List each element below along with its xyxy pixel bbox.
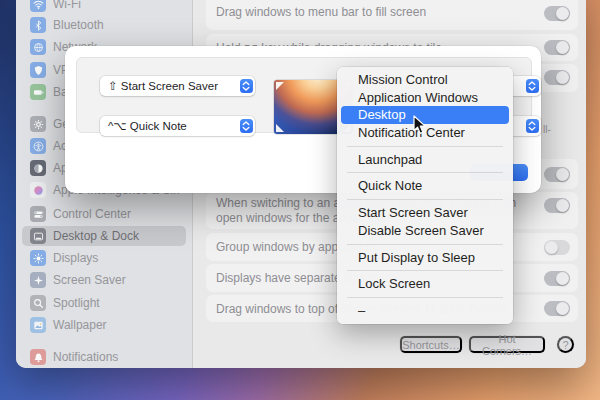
toggle-hold-option[interactable] xyxy=(544,40,570,55)
menu-separator xyxy=(347,199,503,200)
toggle-knob xyxy=(545,241,558,254)
gear-icon xyxy=(30,116,46,132)
globe-icon xyxy=(30,39,46,55)
appearance-icon xyxy=(30,160,46,176)
desktop-dock-icon xyxy=(30,228,46,244)
sidebar-item-desktop-dock[interactable]: Desktop & Dock xyxy=(22,226,186,246)
control-center-icon xyxy=(30,206,46,222)
clipped-text-fragment: ll- xyxy=(543,124,551,135)
sidebar-item-label: Wallpaper xyxy=(53,318,107,332)
menu-item-put-display-to-sleep[interactable]: Put Display to Sleep xyxy=(337,249,513,267)
settings-row-drag-menu-bar: Drag windows to menu bar to fill screen xyxy=(206,0,578,30)
siri-icon xyxy=(30,182,46,198)
settings-row-label: Drag windows to menu bar to fill screen xyxy=(216,4,536,19)
sidebar-item-label: Control Center xyxy=(53,207,131,221)
wallpaper-icon xyxy=(30,317,46,333)
toggle-knob xyxy=(556,272,569,285)
sidebar-item-wi-fi[interactable]: Wi-Fi xyxy=(22,0,186,14)
hot-corner-marker-bottom-left xyxy=(276,124,284,132)
vpn-icon xyxy=(30,62,46,78)
toggle-group-windows[interactable] xyxy=(544,240,570,255)
menu-item-disable-screen-saver[interactable]: Disable Screen Saver xyxy=(337,222,513,240)
toggle-knob xyxy=(556,302,569,315)
sidebar-item-label: Displays xyxy=(53,251,98,265)
spotlight-icon xyxy=(30,295,46,311)
chevron-up-down-icon xyxy=(240,79,253,93)
menu-separator xyxy=(347,146,503,147)
chevron-up-down-icon xyxy=(526,119,539,133)
toggle-drag-menu-bar[interactable] xyxy=(544,6,570,21)
sidebar-item-displays[interactable]: Displays xyxy=(22,248,186,268)
menu-separator xyxy=(347,172,503,173)
toggle-drag-top[interactable] xyxy=(544,301,570,316)
toggle-separate-spaces[interactable] xyxy=(544,271,570,286)
sidebar-item-bluetooth[interactable]: Bluetooth xyxy=(22,15,186,35)
chevron-up-down-icon xyxy=(240,119,253,133)
popup-value: ⇧ Start Screen Saver xyxy=(108,79,218,93)
screen-saver-icon xyxy=(30,272,46,288)
hot-corner-popup-bottom-left[interactable]: ^⌥ Quick Note xyxy=(100,116,255,136)
sidebar-item-label: Spotlight xyxy=(53,296,100,310)
accessibility-icon xyxy=(30,138,46,154)
sidebar-item-label: Notifications xyxy=(53,350,118,364)
bluetooth-icon xyxy=(30,17,46,33)
toggle-knob xyxy=(556,7,569,20)
desktop-wallpaper: Wi-FiBluetoothNetworkVPNBatteryGeneralAc… xyxy=(0,0,600,400)
menu-separator xyxy=(347,297,503,298)
toggle-knob xyxy=(556,41,569,54)
hot-corners-button[interactable]: Hot Corners… xyxy=(469,336,545,353)
sidebar-item-spotlight[interactable]: Spotlight xyxy=(22,293,186,313)
popup-value: ^⌥ Quick Note xyxy=(108,119,187,133)
display-icon xyxy=(30,250,46,266)
toggle-hidden-row-1[interactable] xyxy=(544,70,570,85)
menu-item-lock-screen[interactable]: Lock Screen xyxy=(337,275,513,293)
sidebar-item-control-center[interactable]: Control Center xyxy=(22,204,186,224)
bell-icon xyxy=(30,349,46,365)
menu-separator xyxy=(347,244,503,245)
sidebar-item-label: Screen Saver xyxy=(53,273,126,287)
menu-item-launchpad[interactable]: Launchpad xyxy=(337,151,513,169)
menu-item-mission-control[interactable]: Mission Control xyxy=(337,71,513,89)
menu-item-quick-note[interactable]: Quick Note xyxy=(337,177,513,195)
battery-icon xyxy=(30,84,46,100)
hot-corner-popup-top-left[interactable]: ⇧ Start Screen Saver xyxy=(100,76,255,96)
toggle-hidden-row-2[interactable] xyxy=(544,167,570,182)
sidebar-item-screen-saver[interactable]: Screen Saver xyxy=(22,270,186,290)
menu-item-[interactable]: – xyxy=(337,302,513,320)
hot-corner-action-menu: Mission ControlApplication WindowsDeskto… xyxy=(337,67,513,324)
menu-item-application-windows[interactable]: Application Windows xyxy=(337,89,513,107)
menu-item-start-screen-saver[interactable]: Start Screen Saver xyxy=(337,204,513,222)
menu-separator xyxy=(347,270,503,271)
toggle-switch-app[interactable] xyxy=(544,198,570,213)
toggle-knob xyxy=(556,199,569,212)
mouse-cursor xyxy=(413,115,427,135)
shortcuts-button[interactable]: Shortcuts… xyxy=(400,336,462,353)
sidebar-item-label: Wi-Fi xyxy=(53,0,81,11)
help-button[interactable]: ? xyxy=(557,336,574,353)
toggle-knob xyxy=(556,71,569,84)
sidebar-item-label: Desktop & Dock xyxy=(53,229,139,243)
sidebar-item-notifications[interactable]: Notifications xyxy=(22,347,186,367)
chevron-up-down-icon xyxy=(526,79,539,93)
sidebar-item-label: Bluetooth xyxy=(53,18,104,32)
wifi-icon xyxy=(30,0,46,12)
toggle-knob xyxy=(556,168,569,181)
hot-corner-marker-top-left xyxy=(276,82,284,90)
sidebar-item-wallpaper[interactable]: Wallpaper xyxy=(22,315,186,335)
